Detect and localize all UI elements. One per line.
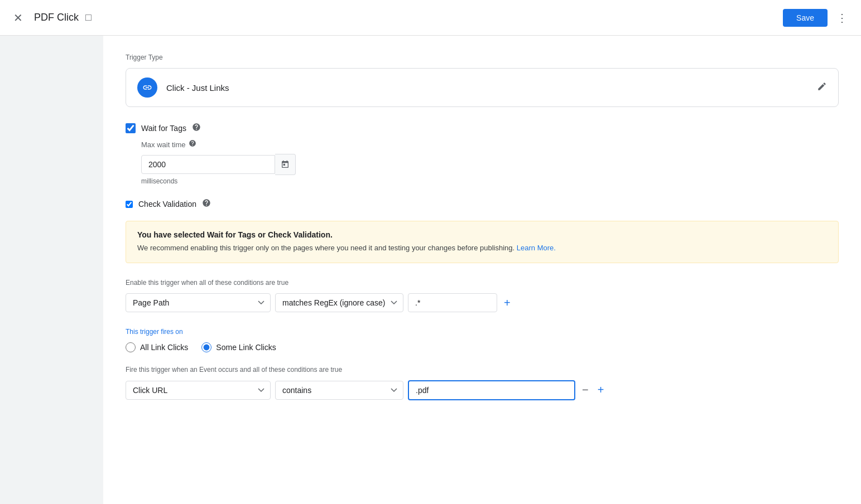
max-wait-input-row xyxy=(141,154,839,175)
max-wait-help-icon[interactable] xyxy=(189,139,196,149)
some-link-clicks-radio[interactable] xyxy=(201,342,211,352)
max-wait-picker-icon[interactable] xyxy=(275,154,296,175)
condition-value-input[interactable] xyxy=(408,293,497,312)
wait-for-tags-label[interactable]: Wait for Tags xyxy=(141,124,186,133)
milliseconds-label: milliseconds xyxy=(141,177,839,185)
top-bar-right: Save ⋮ xyxy=(783,7,852,29)
right-panel: Trigger Type Click - Just Links Wait for… xyxy=(103,36,861,504)
add-condition-button[interactable]: + xyxy=(502,295,513,311)
wait-for-tags-checkbox[interactable] xyxy=(126,123,136,133)
wait-for-tags-row: Wait for Tags xyxy=(126,123,839,134)
page-title: PDF Click xyxy=(34,12,79,23)
fire-condition-row: Click URL contains − + xyxy=(126,380,839,400)
radio-row: All Link Clicks Some Link Clicks xyxy=(126,342,839,352)
close-button[interactable]: ✕ xyxy=(9,7,27,29)
more-button[interactable]: ⋮ xyxy=(832,7,852,29)
contains-select[interactable]: contains xyxy=(275,381,403,400)
learn-more-link[interactable]: Learn More. xyxy=(517,244,556,252)
page-path-select[interactable]: Page Path xyxy=(126,293,271,312)
folder-icon[interactable]: □ xyxy=(85,12,92,23)
check-validation-help-icon[interactable] xyxy=(202,198,211,210)
top-bar-left: ✕ PDF Click □ xyxy=(9,7,783,29)
trigger-type-name: Click - Just Links xyxy=(166,83,229,93)
trigger-type-icon xyxy=(137,77,157,98)
top-bar: ✕ PDF Click □ Save ⋮ xyxy=(0,0,861,36)
fire-conditions-label: Fire this trigger when an Event occurs a… xyxy=(126,366,839,374)
edit-trigger-icon[interactable] xyxy=(817,81,827,94)
enable-conditions-label: Enable this trigger when all of these co… xyxy=(126,279,839,287)
fires-on-section: This trigger fires on All Link Clicks So… xyxy=(126,328,839,352)
check-validation-checkbox[interactable] xyxy=(126,201,133,208)
all-link-clicks-radio[interactable] xyxy=(126,342,136,352)
pdf-value-input[interactable] xyxy=(408,380,575,400)
check-validation-label[interactable]: Check Validation xyxy=(138,200,196,209)
trigger-type-label: Trigger Type xyxy=(126,54,839,61)
remove-condition-button[interactable]: − xyxy=(580,381,591,399)
trigger-type-card[interactable]: Click - Just Links xyxy=(126,68,839,107)
all-link-clicks-option[interactable]: All Link Clicks xyxy=(126,342,188,352)
matches-select[interactable]: matches RegEx (ignore case) xyxy=(275,293,403,312)
some-link-clicks-option[interactable]: Some Link Clicks xyxy=(201,342,276,352)
warning-title: You have selected Wait for Tags or Check… xyxy=(137,230,827,239)
left-panel xyxy=(0,36,103,504)
main-content: Trigger Type Click - Just Links Wait for… xyxy=(0,36,861,504)
max-wait-section: Max wait time milliseconds xyxy=(141,139,839,185)
fire-conditions-section: Fire this trigger when an Event occurs a… xyxy=(126,366,839,400)
max-wait-label: Max wait time xyxy=(141,139,839,149)
add-fire-condition-button[interactable]: + xyxy=(595,381,607,399)
condition-row: Page Path matches RegEx (ignore case) + xyxy=(126,293,839,312)
all-link-clicks-label: All Link Clicks xyxy=(140,343,188,352)
click-url-select[interactable]: Click URL xyxy=(126,381,271,400)
save-button[interactable]: Save xyxy=(783,9,828,27)
warning-box: You have selected Wait for Tags or Check… xyxy=(126,221,839,263)
wait-for-tags-help-icon[interactable] xyxy=(192,123,201,134)
warning-body: We recommend enabling this trigger only … xyxy=(137,243,827,254)
check-validation-row: Check Validation xyxy=(126,198,839,210)
fires-on-label: This trigger fires on xyxy=(126,328,839,336)
trigger-type-left: Click - Just Links xyxy=(137,77,229,98)
some-link-clicks-label: Some Link Clicks xyxy=(216,343,276,352)
max-wait-input[interactable] xyxy=(141,155,275,174)
